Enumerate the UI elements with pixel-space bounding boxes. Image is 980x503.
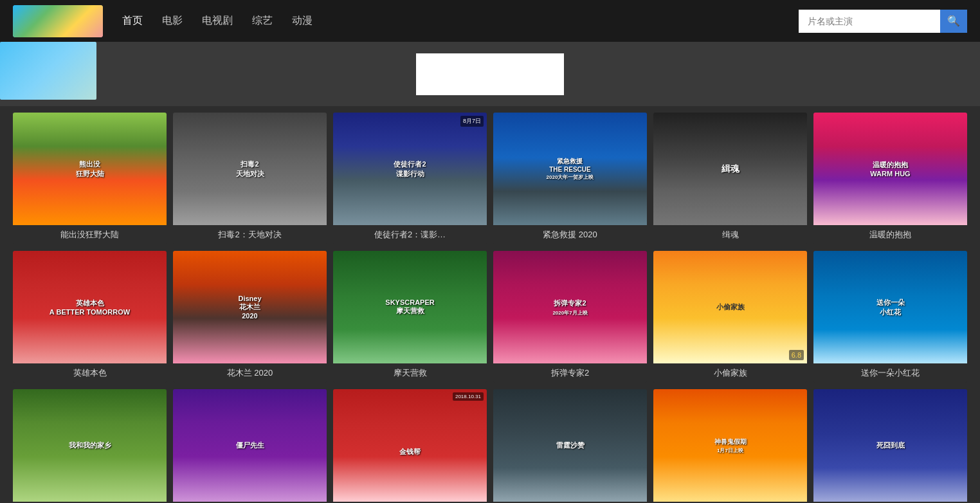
main-nav: 首页 电影 电视剧 综艺 动漫	[122, 11, 779, 31]
banner-image	[0, 42, 96, 100]
movie-title: 温暖的抱抱	[813, 225, 967, 244]
movie-title: 使徒行者2：谍影…	[333, 225, 487, 244]
movie-card[interactable]: 拆弹专家22020年7月上映 拆弹专家2	[493, 251, 647, 383]
movie-card[interactable]: 送你一朵小红花 送你一朵小红花	[813, 251, 967, 383]
movie-poster: 熊出没狂野大陆	[13, 113, 167, 225]
movie-poster: 緝魂	[653, 113, 807, 225]
nav-home[interactable]: 首页	[122, 11, 143, 31]
search-icon: 🔍	[947, 15, 960, 27]
movie-poster: 紧急救援THE RESCUE2020大年一贺岁上映	[493, 113, 647, 225]
movie-poster: 雷霆沙赞	[493, 389, 647, 502]
movie-card[interactable]: 熊出没狂野大陆 能出没狂野大陆	[13, 113, 167, 244]
movie-poster: 死囧到底	[813, 389, 967, 502]
movie-poster: 2018.10.31 金钱帮	[333, 389, 487, 502]
poster-date: 8月7日	[460, 116, 484, 127]
movie-card[interactable]: Disney花木兰2020 花木兰 2020	[173, 251, 327, 383]
movie-card[interactable]: 2018.10.31 金钱帮 金钱帮	[333, 389, 487, 503]
movie-card[interactable]: 8月7日 使徒行者2谍影行动 使徒行者2：谍影…	[333, 113, 487, 244]
search-box: 🔍	[799, 10, 967, 33]
search-button[interactable]: 🔍	[940, 10, 967, 33]
movie-title: 摩天营救	[333, 363, 487, 383]
movie-card[interactable]: 死囧到底 死囧到底	[813, 389, 967, 503]
nav-anime[interactable]: 动漫	[292, 11, 313, 31]
movie-poster: 僵尸先生	[173, 389, 327, 502]
movie-poster: SKYSCRAPER摩天营救	[333, 251, 487, 363]
poster-date: 2018.10.31	[453, 392, 484, 401]
movie-card[interactable]: 我和我的家乡 我和我的家乡	[13, 389, 167, 503]
movie-card[interactable]: 緝魂 缉魂	[653, 113, 807, 244]
movie-poster: 拆弹专家22020年7月上映	[493, 251, 647, 363]
movie-card[interactable]: 6.8 小偷家族 小偷家族	[653, 251, 807, 383]
movie-grid-row1: 熊出没狂野大陆 能出没狂野大陆 扫毒2天地对决 扫毒2：天地对决 8月7日 使徒…	[13, 113, 967, 244]
header: 首页 电影 电视剧 综艺 动漫 🔍	[0, 0, 980, 42]
nav-variety[interactable]: 综艺	[252, 11, 273, 31]
movie-poster: Disney花木兰2020	[173, 251, 327, 363]
movie-title: 扫毒2：天地对决	[173, 225, 327, 244]
movie-title: 送你一朵小红花	[813, 363, 967, 383]
movie-title: 拆弹专家2	[493, 363, 647, 383]
nav-tv[interactable]: 电视剧	[202, 11, 233, 31]
poster-score: 6.8	[789, 350, 804, 360]
nav-movies[interactable]: 电影	[162, 11, 183, 31]
content-area: 熊出没狂野大陆 能出没狂野大陆 扫毒2天地对决 扫毒2：天地对决 8月7日 使徒…	[0, 106, 980, 503]
movie-poster: 送你一朵小红花	[813, 251, 967, 363]
banner-area	[0, 42, 980, 106]
movie-card[interactable]: 英雄本色A BETTER TOMORROW 英雄本色	[13, 251, 167, 383]
logo[interactable]	[13, 5, 103, 37]
movie-card[interactable]: SKYSCRAPER摩天营救 摩天营救	[333, 251, 487, 383]
movie-card[interactable]: 紧急救援THE RESCUE2020大年一贺岁上映 紧急救援 2020	[493, 113, 647, 244]
movie-card[interactable]: 扫毒2天地对决 扫毒2：天地对决	[173, 113, 327, 244]
movie-card[interactable]: 僵尸先生 僵尸先生	[173, 389, 327, 503]
banner-overlay	[416, 53, 564, 95]
movie-title: 小偷家族	[653, 363, 807, 383]
movie-title: 紧急救援 2020	[493, 225, 647, 244]
movie-card[interactable]: 雷霆沙赞 雷霆沙赞	[493, 389, 647, 503]
movie-title: 花木兰 2020	[173, 363, 327, 383]
movie-poster: 神兽鬼假期1月7日上映	[653, 389, 807, 502]
movie-title: 能出没狂野大陆	[13, 225, 167, 244]
movie-title: 缉魂	[653, 225, 807, 244]
movie-poster: 英雄本色A BETTER TOMORROW	[13, 251, 167, 363]
movie-title: 英雄本色	[13, 363, 167, 383]
search-input[interactable]	[799, 10, 940, 33]
movie-card[interactable]: 温暖的抱抱WARM HUG 温暖的抱抱	[813, 113, 967, 244]
movie-poster: 温暖的抱抱WARM HUG	[813, 113, 967, 225]
movie-poster: 8月7日 使徒行者2谍影行动	[333, 113, 487, 225]
movie-card[interactable]: 神兽鬼假期1月7日上映 神兽鬼假期	[653, 389, 807, 503]
movie-poster: 6.8 小偷家族	[653, 251, 807, 363]
movie-poster: 扫毒2天地对决	[173, 113, 327, 225]
movie-grid-row3: 我和我的家乡 我和我的家乡 僵尸先生 僵尸先生 2018.10.31 金钱帮 金…	[13, 389, 967, 503]
movie-grid-row2: 英雄本色A BETTER TOMORROW 英雄本色 Disney花木兰2020…	[13, 251, 967, 383]
movie-poster: 我和我的家乡	[13, 389, 167, 502]
